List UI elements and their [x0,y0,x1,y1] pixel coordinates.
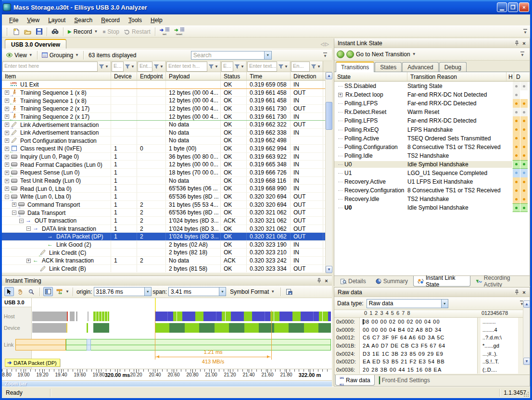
scroll-down-icon[interactable]: ▼ [326,266,332,273]
scroll-thumb[interactable] [326,102,332,130]
table-row[interactable]: +→Training Sequence 1 (x 8)12 bytes (00 … [2,89,325,97]
column-header-payload[interactable]: Payload [166,72,221,80]
data-type-dropdown-icon[interactable]: ▼ [441,300,448,308]
link-state-row[interactable]: Polling.RxEQLFPS Handshake [334,125,530,134]
link-state-row[interactable]: Polling.LFPSFar-end RRX-DC Detected [334,116,530,125]
filter-input-4[interactable]: E... [221,62,233,72]
filter-input-5[interactable]: Enter text... [247,62,277,72]
overview-scrollbar[interactable]: ▲ ▼ [325,72,332,273]
filter-input-1[interactable]: E... [112,62,124,72]
raw-tab-front-end-settings[interactable]: Front-End Settings [375,375,434,386]
menu-view[interactable]: View [23,15,44,25]
span-dropdown-icon[interactable]: ▼ [219,288,226,296]
span-combobox[interactable]: 3.41 ms▼ [168,287,226,296]
tree-expander-icon[interactable]: + [5,131,9,135]
menu-tools[interactable]: Tools [124,15,146,25]
origin-combobox[interactable]: 318.76 ms▼ [94,287,152,296]
hex-dump[interactable]: 0x0000:08 00 00 02 00 02 00 04 00.......… [334,318,530,375]
search-dropdown-icon[interactable]: ▼ [264,51,271,59]
toolbar-grip[interactable] [7,28,8,36]
select-tool-icon[interactable] [4,287,14,296]
filter-input-2[interactable]: Ent... [138,62,152,72]
column-header-status[interactable]: Status [221,72,247,80]
tree-expander-icon[interactable]: − [5,195,9,199]
restart-button[interactable]: Restart [122,27,153,36]
menu-record[interactable]: Record [97,15,124,25]
column-header-item[interactable]: Item [2,72,111,80]
link-state-row[interactable]: SS.DisabledStarting State [334,82,530,90]
toolbar-overflow-icon[interactable]: ▼ [520,51,524,57]
link-state-row[interactable]: Polling.Configuration8 Consecutive TS1 o… [334,143,530,151]
go-next-dropdown-icon[interactable]: ▼ [412,52,416,56]
previous-transition-button[interactable]: ← [337,50,344,58]
scroll-up-icon[interactable]: ▲ [523,300,530,308]
tab-transitions[interactable]: Transitions [336,62,374,72]
table-row[interactable]: +←Request Sense (Lun 0)118 bytes (70 00 … [2,169,325,177]
open-file-icon[interactable] [22,28,34,36]
table-row[interactable]: +←Read (Lun 0, Lba 0)165'536 bytes (06 .… [2,185,325,193]
symbol-format-button[interactable]: Symbol Format ▼ [228,288,277,296]
save-file-icon[interactable] [34,27,45,36]
filter-input-0[interactable]: Enter text here [2,62,98,72]
tab-scroll-buttons[interactable]: ◁▷ [318,41,332,49]
export-image-icon[interactable] [284,287,294,296]
table-row[interactable]: +←Read Format Capacities (Lun 0)112 byte… [2,161,325,169]
table-row[interactable]: +←Class request IN (0xFE)101 byte (00)OK… [2,145,325,153]
tree-expander-icon[interactable]: + [5,162,9,167]
doc-tab-details[interactable]: Details [336,276,370,287]
table-row[interactable]: +LFPSU1 ExitOK0.319 659 058IN [2,81,325,89]
pin-icon[interactable] [513,40,520,47]
split-view-icon[interactable] [43,287,53,296]
marker-tool-icon[interactable] [54,287,64,296]
table-row[interactable]: +←ACK link transaction12No dataACK0.320 … [2,257,325,265]
tree-expander-icon[interactable]: + [5,90,9,95]
link-state-row[interactable]: U0Idle Symbol Handshake [334,160,530,169]
toolbar-overflow-icon[interactable]: ▼ [323,52,327,58]
tree-expander-icon[interactable]: − [19,219,24,223]
minimize-button[interactable]: ▁ [497,2,507,12]
table-row[interactable]: +←Training Sequence 1 (x 8)12 bytes (00 … [2,97,325,105]
next-transition-button[interactable]: → [346,50,354,58]
doc-tab-summary[interactable]: Summary [371,276,412,287]
close-panel-icon[interactable]: × [520,289,528,296]
link-state-row[interactable]: U1LGO_U1 Sequence Completed [334,169,530,177]
filter-funnel-icon[interactable]: ▼ [124,62,136,72]
scroll-up-icon[interactable]: ▲ [326,72,332,79]
hex-row[interactable]: 0x0024:D3 1E 1C 3B 23 85 09 29 E9...;#..… [334,350,530,358]
menu-search[interactable]: Search [70,15,97,25]
toolbar-overflow-icon[interactable]: ▼ [523,29,527,35]
pin-icon[interactable] [513,289,520,296]
column-header-direction[interactable]: Direction [291,72,323,80]
record-dropdown-icon[interactable]: ▼ [94,29,98,34]
device-column-header[interactable]: D [514,72,522,81]
state-column-header[interactable]: State [334,72,407,81]
filter-funnel-icon[interactable]: ▼ [98,62,110,72]
tree-expander-icon[interactable]: − [12,211,16,215]
origin-dropdown-icon[interactable]: ▼ [144,288,151,296]
hex-row[interactable]: 0x002D:EA ED 53 B5 21 F2 E3 54 BB..S.!..… [334,358,530,366]
tab-scroll-right-icon[interactable]: ▷ [325,41,329,47]
resize-grip[interactable] [523,391,529,397]
hex-row[interactable]: 0x0012:C6 C7 3F 9F 64 A6 6D 3A 5C..?.d.m… [334,334,530,342]
filter-input-6[interactable]: En... [291,62,310,72]
tree-expander-icon[interactable]: + [5,99,9,103]
table-row[interactable]: +←Link Advertisement transactionNo dataO… [2,129,325,137]
go-next-transition-label[interactable]: Go to Next Transition [356,51,410,58]
column-header-endpoint[interactable]: Endpoint [137,72,166,80]
tree-expander-icon[interactable]: + [5,107,9,111]
link-state-row[interactable]: +Rx.Detect loopFar-end RRX-DC Not Detect… [334,90,530,99]
doc-tab-recording-activity[interactable]: Recording Activity [471,276,530,287]
view-button[interactable]: View▼ [4,51,35,60]
maximize-button[interactable]: ❐ [508,2,518,12]
link-state-row[interactable]: Rx.Detect.ResetWarm Reset [334,108,530,116]
host-column-header[interactable]: H [507,72,514,81]
raw-tab-raw-data[interactable]: 101011Raw data [335,375,375,386]
tree-expander-icon[interactable]: + [5,123,9,127]
table-row[interactable]: +Port Configuration transactionNo dataOK… [2,137,325,145]
filter-funnel-icon[interactable]: ▼ [152,62,165,72]
filter-funnel-icon[interactable]: ▼ [233,62,246,72]
hex-row[interactable]: 0x0000:08 00 00 02 00 02 00 04 00.......… [334,318,530,326]
tree-expander-icon[interactable]: + [5,138,9,143]
search-input[interactable]: Search▼ [191,51,272,60]
stop-button[interactable]: ■Stop [100,27,122,36]
